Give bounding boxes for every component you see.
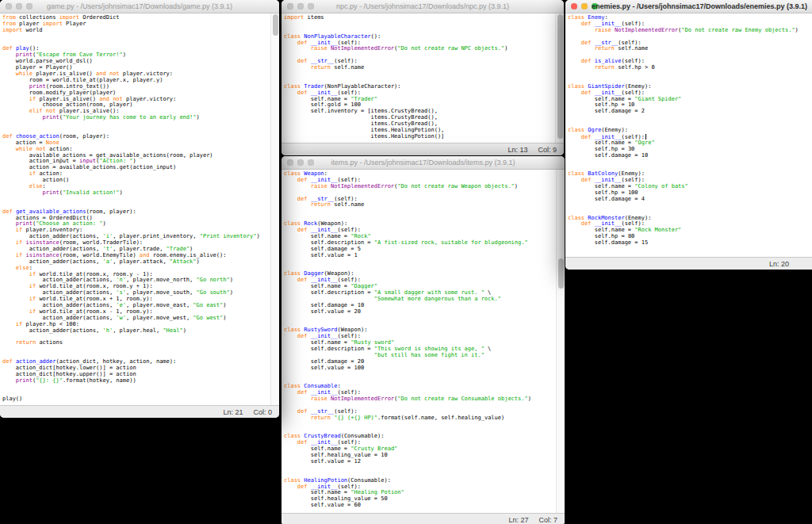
window-title: game.py - /Users/johnsimac17/Downloads/g… — [0, 0, 279, 13]
status-col: Col: 7 — [538, 516, 557, 524]
status-line: Ln: 27 — [508, 516, 528, 524]
window-items-py: items.py - /Users/johnsimac17/Downloads/… — [282, 156, 565, 524]
status-line: Ln: 13 — [508, 146, 527, 154]
code-editor[interactable]: class Weapon: def __init__(self): raise … — [282, 170, 556, 513]
editor-area: import items class NonPlayableCharacter(… — [282, 13, 564, 143]
status-col: Col: 0 — [253, 408, 272, 416]
window-npc-py: npc.py - /Users/johnsimac17/Downloads/np… — [282, 0, 564, 155]
scrollbar-thumb[interactable] — [558, 258, 564, 289]
status-bar: Ln: 13 Col: 9 — [282, 143, 564, 155]
code-editor[interactable]: class Enemy: def __init__(self): raise N… — [565, 13, 812, 257]
window-title: enemies.py - /Users/johnsimac17/Download… — [565, 0, 812, 13]
titlebar[interactable]: game.py - /Users/johnsimac17/Downloads/g… — [0, 0, 279, 13]
scrollbar[interactable] — [270, 13, 279, 405]
window-title: npc.py - /Users/johnsimac17/Downloads/np… — [282, 0, 564, 13]
scrollbar[interactable] — [556, 170, 565, 513]
window-enemies-py: enemies.py - /Users/johnsimac17/Download… — [565, 0, 812, 270]
status-line: Ln: 20 — [769, 260, 789, 268]
titlebar[interactable]: items.py - /Users/johnsimac17/Downloads/… — [282, 156, 565, 170]
titlebar[interactable]: npc.py - /Users/johnsimac17/Downloads/np… — [282, 0, 564, 13]
code-editor[interactable]: import items class NonPlayableCharacter(… — [282, 13, 555, 143]
editor-area: class Enemy: def __init__(self): raise N… — [565, 13, 812, 257]
editor-area: class Weapon: def __init__(self): raise … — [282, 170, 565, 513]
desktop: game.py - /Users/johnsimac17/Downloads/g… — [0, 0, 812, 524]
status-col: Col: 9 — [538, 146, 557, 154]
window-game-py: game.py - /Users/johnsimac17/Downloads/g… — [0, 0, 279, 418]
window-title: items.py - /Users/johnsimac17/Downloads/… — [282, 156, 565, 170]
scrollbar-thumb[interactable] — [273, 14, 278, 36]
scrollbar[interactable] — [555, 13, 564, 143]
titlebar[interactable]: enemies.py - /Users/johnsimac17/Download… — [565, 0, 812, 13]
status-line: Ln: 21 — [223, 408, 243, 416]
status-bar: Ln: 21 Col: 0 — [0, 405, 279, 418]
status-bar: Ln: 20 — [565, 257, 812, 270]
scrollbar-thumb[interactable] — [557, 14, 563, 139]
code-editor[interactable]: from collections import OrderedDictfrom … — [0, 13, 270, 405]
status-bar: Ln: 27 Col: 7 — [282, 513, 565, 524]
editor-area: from collections import OrderedDictfrom … — [0, 13, 279, 405]
